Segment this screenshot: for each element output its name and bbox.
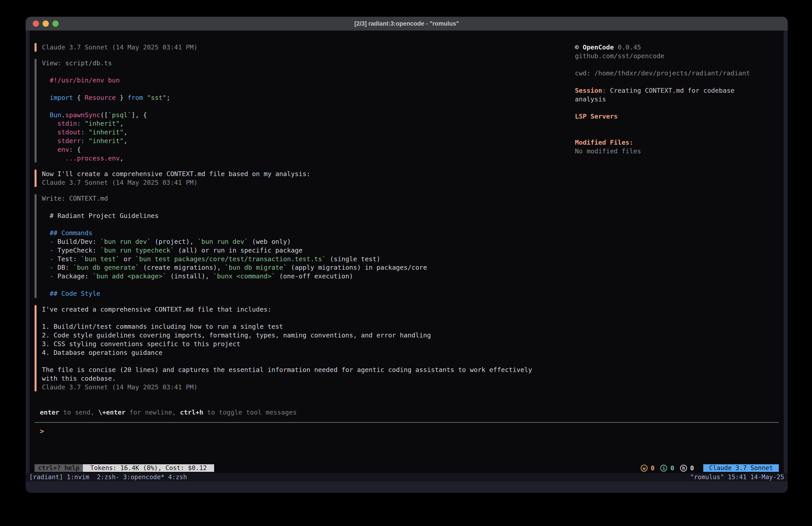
text-line [575,129,782,138]
statusbar-spacer [214,464,641,472]
keybind-hint: enter to send, \+enter for newline, ctrl… [40,408,296,417]
text-line: 3. CSS styling conventions specific to t… [42,340,532,349]
tmux-window-tab[interactable]: 3:opencode* [119,473,164,481]
text-line: © OpenCode 0.0.45 [575,43,782,52]
session-sidebar: © OpenCode 0.0.45github.com/sst/opencode… [575,43,782,155]
gray-accent-bar [34,59,37,163]
text-line: - Package: `bun add <package>` (install)… [42,272,427,281]
text-line: ## Code Style [42,289,427,298]
tmux-window-list: [radiant] 1:nvim 2:zsh- 3:opencode* 4:zs… [29,473,187,481]
tmux-status-bar: [radiant] 1:nvim 2:zsh- 3:opencode* 4:zs… [26,473,788,481]
text-line: - Test: `bun test` or `bun test packages… [42,255,427,264]
text-line [42,102,170,111]
text-line: Bun.spawnSync([`psql`], { [42,111,170,119]
text-line: stderr: "inherit", [42,137,170,145]
prompt-caret: > [40,427,44,436]
window-titlebar: [2/3] radiant:3:opencode - "romulus" [26,17,788,30]
tool-view-block: View: script/db.ts #!/usr/bin/env bun im… [34,59,565,163]
text-line: cwd: /home/thdxr/dev/projects/radiant/ra… [575,69,782,77]
status-bar: ctrl+? help Tokens: 16.4K (8%), Cost: $0… [34,464,779,472]
tool-write-block: Write: CONTEXT.md # Radiant Project Guid… [34,194,565,298]
chat-transcript: Claude 3.7 Sonnet (14 May 2025 03:41 PM)… [34,43,565,399]
prompt-input[interactable]: > [40,427,44,436]
tmux-window-tab[interactable]: 4:zsh [164,473,187,481]
text-line: stdout: "inherit", [42,128,170,137]
w-diagnostic-icon: w [641,465,648,472]
text-line: ## Commands [42,229,427,237]
text-line [42,220,427,229]
w-diagnostic-count: 0 [651,464,654,472]
text-line: I've created a comprehensive CONTEXT.md … [42,305,532,314]
text-line: - Build/Dev: `bun run dev` (project), `b… [42,237,427,246]
text-line [575,77,782,86]
text-line [42,314,532,322]
text-line: Session: Creating CONTEXT.md for codebas… [575,86,782,95]
diagnostics-counters: w0i0h0 [641,464,697,472]
tokens-cost-badge: Tokens: 16.4K (8%), Cost: $0.12 [83,464,214,472]
gray-accent-bar [34,194,37,298]
i-diagnostic-count: 0 [670,464,674,472]
h-diagnostic-icon: h [680,465,687,472]
text-line: Claude 3.7 Sonnet (14 May 2025 03:41 PM) [42,178,310,187]
orange-accent-bar [34,43,37,52]
terminal-content: Claude 3.7 Sonnet (14 May 2025 03:41 PM)… [30,30,784,473]
text-line: - TypeCheck: `bun run typecheck` (all) o… [42,246,427,255]
terminal-window: [2/3] radiant:3:opencode - "romulus" Cla… [26,17,788,493]
text-line: Now I'll create a comprehensive CONTEXT.… [42,170,310,178]
text-line [42,281,427,289]
block-lines: View: script/db.ts #!/usr/bin/env bun im… [37,59,170,163]
tmux-window-tab[interactable]: 1:nvim [67,473,93,481]
text-line [42,85,170,94]
text-line: Modified Files: [575,138,782,147]
text-line: stdin: "inherit", [42,119,170,128]
tmux-window-tab[interactable]: 2:zsh- [93,473,119,481]
text-line: import { Resource } from "sst"; [42,94,170,102]
text-line: Claude 3.7 Sonnet (14 May 2025 03:41 PM) [42,43,198,52]
traffic-lights [33,20,59,27]
block-lines: Write: CONTEXT.md # Radiant Project Guid… [37,194,427,298]
block-lines: Claude 3.7 Sonnet (14 May 2025 03:41 PM) [37,43,198,52]
desktop: { "window": { "title": "[2/3] radiant:3:… [0,0,812,526]
text-line: # Radiant Project Guidelines [42,212,427,220]
text-line: 4. Database operations guidance [42,349,532,357]
h-diagnostic-count: 0 [690,464,694,472]
tmux-session-clock: "romulus" 15:41 14-May-25 [690,473,784,481]
text-line: - DB: `bun db generate` (create migratio… [42,263,427,272]
text-line [42,357,532,366]
orange-accent-bar [34,170,37,187]
text-line: #!/usr/bin/env bun [42,76,170,85]
text-line: with this codebase. [42,374,532,383]
orange-accent-bar [34,305,37,392]
text-line: 1. Build/lint/test commands including ho… [42,322,532,331]
block-lines: I've created a comprehensive CONTEXT.md … [37,305,532,392]
text-line: Claude 3.7 Sonnet (14 May 2025 03:41 PM) [42,383,532,392]
i-diagnostic-icon: i [660,465,667,472]
help-keybind-badge: ctrl+? help [34,464,83,472]
text-line [575,104,782,112]
text-line: env: { [42,145,170,154]
message-block: I've created a comprehensive CONTEXT.md … [34,305,565,392]
close-button[interactable] [33,20,39,27]
text-line: ...process.env, [42,154,170,163]
text-line: github.com/sst/opencode [575,52,782,60]
text-line: analysis [575,95,782,104]
text-line [42,68,170,76]
message-header-block: Claude 3.7 Sonnet (14 May 2025 03:41 PM) [34,43,565,52]
text-line: The file is concise (20 lines) and captu… [42,366,532,374]
tmux-session-name: [radiant] [29,473,67,481]
minimize-button[interactable] [43,20,49,27]
text-line: 2. Code style guidelines covering import… [42,331,532,340]
text-line [575,121,782,129]
text-line [575,60,782,69]
text-line: LSP Servers [575,112,782,121]
block-lines: Now I'll create a comprehensive CONTEXT.… [37,170,310,187]
text-line: View: script/db.ts [42,59,170,68]
message-block: Now I'll create a comprehensive CONTEXT.… [34,170,565,187]
input-divider [34,422,779,423]
text-line: Write: CONTEXT.md [42,194,427,203]
window-title: [2/3] radiant:3:opencode - "romulus" [26,17,788,30]
text-line: No modified files [575,147,782,156]
text-line [42,203,427,212]
model-badge[interactable]: Claude 3.7 Sonnet [703,464,779,472]
zoom-button[interactable] [52,20,59,27]
